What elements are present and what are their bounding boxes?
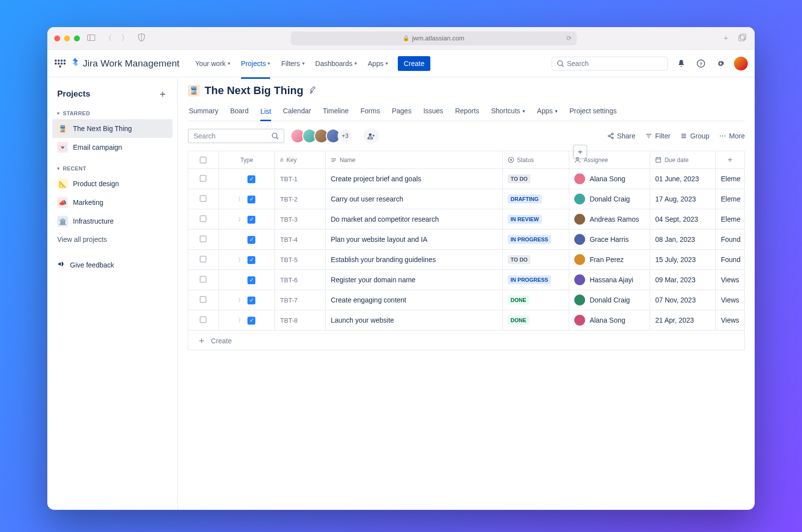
issue-key[interactable]: TBT-2 xyxy=(280,196,297,203)
extra-cell[interactable]: Views xyxy=(721,276,739,284)
sidebar-recent-toggle[interactable]: ▾RECENT xyxy=(52,163,173,174)
issue-name[interactable]: Carry out user research xyxy=(331,195,403,203)
global-search-input[interactable]: Search xyxy=(552,57,668,70)
create-issue-row[interactable]: ＋Create xyxy=(188,330,745,350)
tab-summary[interactable]: Summary xyxy=(189,102,218,121)
settings-icon[interactable] xyxy=(714,57,727,70)
issue-name[interactable]: Establish your branding guidelines xyxy=(331,256,436,264)
nav-filters[interactable]: Filters▾ xyxy=(277,56,308,71)
assignee-avatar[interactable] xyxy=(574,254,585,265)
status-badge[interactable]: DONE xyxy=(508,296,529,304)
sidebar-item-email-campaign[interactable]: 💌 Email campaign xyxy=(52,138,173,157)
assignee-name[interactable]: Hassana Ajayi xyxy=(590,276,633,284)
status-badge[interactable]: DONE xyxy=(508,316,529,325)
status-badge[interactable]: IN PROGRESS xyxy=(508,275,551,284)
status-badge[interactable]: IN REVIEW xyxy=(508,215,542,224)
due-date[interactable]: 04 Sept, 2023 xyxy=(655,215,698,223)
extra-cell[interactable]: Views xyxy=(721,316,739,324)
list-search-input[interactable]: Search xyxy=(188,129,284,143)
expand-chevron-icon[interactable]: 〉 xyxy=(238,256,244,264)
nav-projects[interactable]: Projects▾ xyxy=(237,56,275,71)
table-row[interactable]: 〉✓TBT-5Establish your branding guideline… xyxy=(188,249,745,269)
assignee-name[interactable]: Andreas Ramos xyxy=(590,215,639,223)
select-all-checkbox[interactable] xyxy=(200,157,207,164)
nav-your-work[interactable]: Your work▾ xyxy=(191,56,234,71)
issue-key[interactable]: TBT-4 xyxy=(280,236,297,243)
table-row[interactable]: ✓TBT-1Create project brief and goalsTO D… xyxy=(188,168,745,189)
app-switcher-icon[interactable] xyxy=(54,58,66,69)
create-project-button[interactable]: ＋ xyxy=(158,87,168,100)
close-window-button[interactable] xyxy=(54,35,60,41)
status-badge[interactable]: TO DO xyxy=(508,174,531,183)
issue-name[interactable]: Create project brief and goals xyxy=(331,175,421,183)
privacy-shield-icon[interactable] xyxy=(136,33,147,43)
more-members-button[interactable]: +3 xyxy=(338,129,352,143)
tab-forms[interactable]: Forms xyxy=(360,102,380,121)
issue-name[interactable]: Register your domain name xyxy=(331,276,416,284)
back-button[interactable]: 〈 xyxy=(103,33,113,43)
due-date[interactable]: 15 July, 2023 xyxy=(655,256,696,264)
sidebar-item-next-big-thing[interactable]: 🚆 The Next Big Thing xyxy=(52,119,173,138)
tab-board[interactable]: Board xyxy=(230,102,248,121)
extra-cell[interactable]: Eleme xyxy=(721,215,740,223)
status-badge[interactable]: DRAFTING xyxy=(508,195,542,203)
extra-cell[interactable]: Eleme xyxy=(721,175,740,183)
nav-apps[interactable]: Apps▾ xyxy=(364,56,392,71)
assignee-name[interactable]: Donald Craig xyxy=(590,296,630,304)
issue-key[interactable]: TBT-3 xyxy=(280,216,297,223)
more-actions-button[interactable]: ⋯ More xyxy=(719,132,745,140)
tab-project-settings[interactable]: Project settings xyxy=(569,102,617,121)
customize-appearance-button[interactable] xyxy=(308,86,316,96)
expand-chevron-icon[interactable]: 〉 xyxy=(238,196,244,203)
issue-key[interactable]: TBT-7 xyxy=(280,297,297,304)
column-status-label[interactable]: Status xyxy=(517,157,534,164)
column-due-label[interactable]: Due date xyxy=(664,157,689,164)
row-checkbox[interactable] xyxy=(200,175,207,182)
assignee-avatar[interactable] xyxy=(574,194,585,204)
reload-icon[interactable]: ⟳ xyxy=(566,34,572,42)
expand-chevron-icon[interactable]: 〉 xyxy=(238,216,244,223)
assignee-name[interactable]: Fran Perez xyxy=(590,256,624,264)
product-logo[interactable]: Jira Work Management xyxy=(71,58,179,69)
add-column-button[interactable]: ＋ xyxy=(726,155,734,165)
row-checkbox[interactable] xyxy=(200,195,207,202)
assignee-avatar[interactable] xyxy=(574,315,585,326)
issue-key[interactable]: TBT-1 xyxy=(280,175,297,183)
extra-cell[interactable]: Found xyxy=(721,256,740,264)
row-checkbox[interactable] xyxy=(200,256,207,263)
due-date[interactable]: 21 Apr, 2023 xyxy=(655,316,694,324)
assignee-avatar[interactable] xyxy=(574,234,585,245)
sidebar-item-product-design[interactable]: 📐 Product design xyxy=(52,174,173,193)
assignee-avatar[interactable] xyxy=(574,214,585,225)
tab-calendar[interactable]: Calendar xyxy=(283,102,311,121)
expand-chevron-icon[interactable]: 〉 xyxy=(238,297,244,304)
extra-cell[interactable]: Found xyxy=(721,235,740,243)
issue-name[interactable]: Create engaging content xyxy=(331,296,406,304)
share-button[interactable]: Share xyxy=(607,132,635,140)
table-row[interactable]: 〉✓TBT-8Launch your websiteDONEAlana Song… xyxy=(188,310,745,330)
issue-key[interactable]: TBT-6 xyxy=(280,276,297,284)
due-date[interactable]: 09 Mar, 2023 xyxy=(655,276,696,284)
table-row[interactable]: 〉✓TBT-2Carry out user researchDRAFTINGDo… xyxy=(188,189,745,209)
group-button[interactable]: Group xyxy=(680,132,709,140)
row-checkbox[interactable] xyxy=(200,276,207,283)
maximize-window-button[interactable] xyxy=(74,35,80,41)
tab-list[interactable]: List xyxy=(260,102,271,121)
tab-shortcuts[interactable]: Shortcuts▾ xyxy=(491,102,525,121)
column-key-label[interactable]: Key xyxy=(286,157,297,164)
table-row[interactable]: ✓TBT-6Register your domain nameIN PROGRE… xyxy=(188,269,745,290)
profile-avatar[interactable] xyxy=(734,57,748,70)
column-name-label[interactable]: Name xyxy=(340,157,355,164)
tabs-overview-icon[interactable] xyxy=(737,33,748,43)
due-date[interactable]: 01 June, 2023 xyxy=(655,175,699,183)
assignee-name[interactable]: Grace Harris xyxy=(590,235,628,243)
table-row[interactable]: ✓TBT-4Plan your website layout and IAIN … xyxy=(188,229,745,249)
sidebar-item-marketing[interactable]: 📣 Marketing xyxy=(52,193,173,212)
column-assignee-label[interactable]: Assignee xyxy=(584,157,608,164)
row-checkbox[interactable] xyxy=(200,235,207,242)
issue-name[interactable]: Plan your website layout and IA xyxy=(331,235,427,243)
forward-button[interactable]: 〉 xyxy=(119,33,130,43)
expand-chevron-icon[interactable]: 〉 xyxy=(238,317,244,324)
extra-cell[interactable]: Views xyxy=(721,296,739,304)
due-date[interactable]: 07 Nov, 2023 xyxy=(655,296,696,304)
